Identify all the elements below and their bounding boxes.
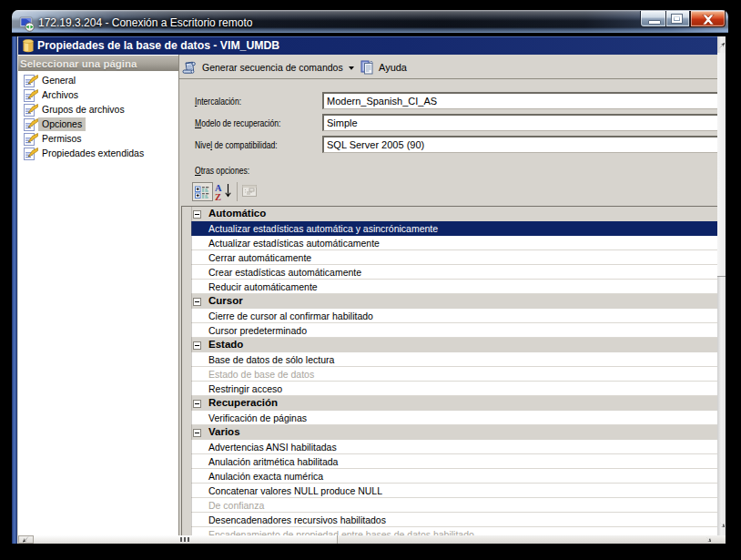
svg-text:Z: Z — [215, 192, 221, 201]
svg-text:A: A — [215, 183, 222, 193]
